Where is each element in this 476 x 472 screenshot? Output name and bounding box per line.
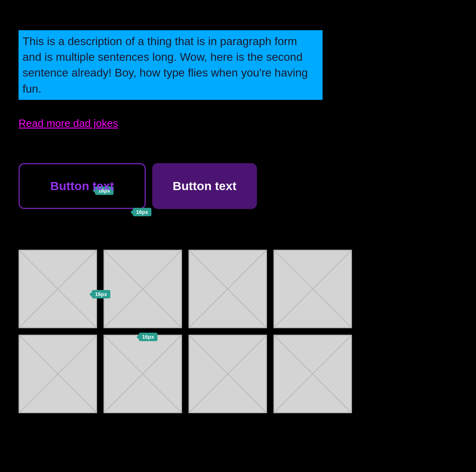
paragraph-text: This is a description of a thing that is… xyxy=(19,30,323,100)
spacing-badge-buttons: 16px xyxy=(133,208,151,216)
grid-image-2 xyxy=(103,250,182,328)
grid-image-5 xyxy=(19,335,97,413)
grid-gap-h6 xyxy=(267,335,273,413)
grid-row-1 xyxy=(19,250,352,328)
spacing-label-grid-h: 16px xyxy=(92,290,110,298)
grid-gap-h3 xyxy=(267,250,273,328)
paragraph-section: This is a description of a thing that is… xyxy=(19,30,323,130)
grid-image-1 xyxy=(19,250,97,328)
outline-button[interactable]: Button text xyxy=(19,163,146,209)
read-more-link[interactable]: Read more dad jokes xyxy=(19,117,323,130)
grid-gap-h1 xyxy=(97,250,103,328)
filled-button[interactable]: Button text xyxy=(152,163,257,209)
grid-image-7 xyxy=(188,335,267,413)
grid-gap-h5 xyxy=(182,335,188,413)
grid-gap-v xyxy=(19,328,352,335)
grid-image-3 xyxy=(188,250,267,328)
spacing-label-buttons: 16px xyxy=(133,208,151,216)
grid-image-6 xyxy=(103,335,182,413)
grid-row-2 xyxy=(19,335,352,413)
grid-gap-h4 xyxy=(97,335,103,413)
spacing-badge-grid-h: 16px xyxy=(92,290,110,298)
grid-gap-h2 xyxy=(182,250,188,328)
button-section: Button text Button text xyxy=(19,163,257,209)
image-grid-section xyxy=(19,250,352,413)
grid-image-4 xyxy=(273,250,352,328)
spacing-label-grid-v: 16px xyxy=(139,333,157,341)
grid-image-8 xyxy=(273,335,352,413)
spacing-badge-grid-v: 16px xyxy=(139,333,157,341)
